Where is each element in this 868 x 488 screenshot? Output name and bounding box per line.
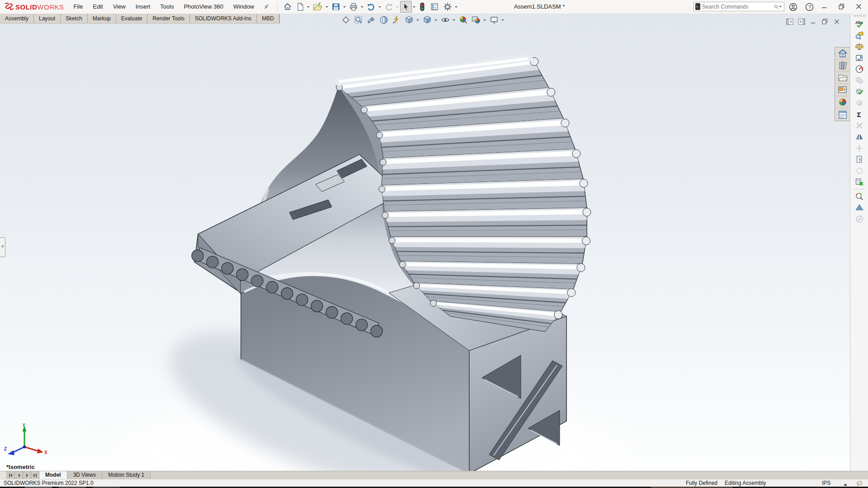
- review-icon[interactable]: [853, 75, 866, 86]
- menu-window[interactable]: Window: [228, 0, 259, 14]
- open-file-button[interactable]: [311, 1, 325, 13]
- pin-menu-icon[interactable]: [262, 2, 271, 11]
- minimize-button[interactable]: [817, 0, 831, 13]
- view-palette-icon[interactable]: [835, 84, 850, 96]
- zoom-to-fit-icon[interactable]: [340, 15, 351, 25]
- zoom-to-area-icon[interactable]: [353, 15, 364, 25]
- view-settings-dropdown[interactable]: [501, 19, 504, 22]
- tab-render-tools[interactable]: Render Tools: [147, 14, 190, 23]
- verification-check-icon[interactable]: [853, 86, 866, 97]
- units-dropdown-icon[interactable]: [844, 482, 847, 486]
- approval-check-icon[interactable]: [853, 213, 866, 225]
- feature-tree-collapsed-tab[interactable]: [0, 237, 5, 257]
- edit-appearance-icon[interactable]: [458, 15, 469, 25]
- tab-3d-views[interactable]: 3D Views: [67, 471, 102, 479]
- tab-model[interactable]: Model: [39, 471, 67, 479]
- appearances-scenes-icon[interactable]: [835, 96, 850, 108]
- lattice-icon[interactable]: [853, 202, 866, 213]
- new-file-dropdown[interactable]: [307, 6, 310, 9]
- menu-edit[interactable]: Edit: [88, 0, 108, 14]
- draft-analysis-icon[interactable]: [853, 131, 866, 142]
- select-dropdown[interactable]: [413, 6, 415, 9]
- help-icon[interactable]: ?: [804, 2, 815, 12]
- restore-document-icon[interactable]: [821, 18, 829, 25]
- restore-button[interactable]: [835, 0, 848, 13]
- measure-icon[interactable]: [853, 29, 866, 41]
- tab-motion-study-1[interactable]: Motion Study 1: [102, 471, 151, 479]
- save-dropdown[interactable]: [343, 6, 346, 9]
- section-view-icon[interactable]: [378, 15, 389, 25]
- spell-checker-icon[interactable]: Abc: [853, 18, 866, 29]
- save-button[interactable]: [330, 1, 342, 13]
- check-feature-icon[interactable]: [853, 97, 866, 108]
- menu-photoview360[interactable]: PhotoView 360: [179, 0, 228, 14]
- search-icon[interactable]: [774, 4, 778, 10]
- units-selector[interactable]: IPS: [822, 480, 830, 486]
- toolbar-drag-handle[interactable]: [854, 15, 865, 17]
- previous-tab-button[interactable]: [15, 471, 23, 479]
- display-style-icon[interactable]: [421, 15, 433, 25]
- redo-dropdown[interactable]: [396, 6, 399, 9]
- tab-evaluate[interactable]: Evaluate: [116, 14, 148, 23]
- display-style-dropdown[interactable]: [434, 19, 437, 22]
- minimize-document-icon[interactable]: [809, 18, 817, 25]
- menu-tools[interactable]: Tools: [155, 0, 179, 14]
- new-file-button[interactable]: [294, 1, 306, 13]
- tab-mbd[interactable]: MBD: [257, 14, 279, 23]
- view-orientation-dropdown[interactable]: [416, 19, 419, 22]
- tab-markup[interactable]: Markup: [88, 14, 116, 23]
- design-checker-icon[interactable]: ?: [853, 154, 866, 165]
- undo-button[interactable]: [365, 1, 377, 13]
- search-dropdown[interactable]: [779, 6, 782, 9]
- rebuild-button[interactable]: [417, 1, 428, 13]
- next-tab-button[interactable]: [23, 471, 31, 479]
- account-icon[interactable]: [788, 2, 798, 12]
- tab-layout[interactable]: Layout: [34, 14, 61, 23]
- menu-file[interactable]: File: [69, 0, 88, 14]
- tab-assembly[interactable]: Assembly: [0, 14, 34, 23]
- print-button[interactable]: [347, 1, 360, 13]
- graphics-area[interactable]: [0, 14, 850, 471]
- select-button[interactable]: [400, 1, 412, 13]
- performance-evaluation-icon[interactable]: [853, 63, 866, 75]
- menu-view[interactable]: View: [108, 0, 131, 14]
- last-tab-button[interactable]: [31, 471, 39, 479]
- appearance-inspection-icon[interactable]: [853, 191, 866, 202]
- design-library-icon[interactable]: [835, 60, 850, 72]
- tile-right-icon[interactable]: [797, 18, 805, 25]
- solidworks-resources-icon[interactable]: [835, 47, 850, 60]
- tab-solidworks-add-ins[interactable]: SOLIDWORKS Add-Ins: [190, 14, 257, 23]
- compare-documents-icon[interactable]: [853, 165, 866, 176]
- redo-button[interactable]: [382, 1, 395, 13]
- print-dropdown[interactable]: [361, 6, 363, 9]
- first-tab-button[interactable]: [7, 471, 15, 479]
- dynamic-annotation-views-icon[interactable]: [391, 15, 402, 25]
- interference-detection-icon[interactable]: [853, 120, 866, 131]
- model-3d-view[interactable]: [0, 14, 850, 471]
- apply-scene-dropdown[interactable]: [483, 19, 486, 22]
- options-dropdown[interactable]: [455, 6, 458, 9]
- export-table-icon[interactable]: [853, 176, 866, 188]
- previous-view-icon[interactable]: [365, 15, 377, 25]
- compress-icon[interactable]: [853, 142, 866, 154]
- apply-scene-icon[interactable]: [470, 15, 481, 25]
- open-file-dropdown[interactable]: [326, 6, 328, 9]
- search-input[interactable]: [700, 4, 774, 10]
- hide-show-dropdown[interactable]: [453, 19, 455, 22]
- tile-left-icon[interactable]: [786, 18, 793, 25]
- tab-sketch[interactable]: Sketch: [61, 14, 88, 23]
- home-button[interactable]: [281, 1, 294, 13]
- hide-show-items-icon[interactable]: [439, 15, 451, 25]
- options-gear-button[interactable]: [441, 1, 454, 13]
- undo-dropdown[interactable]: [378, 6, 381, 9]
- view-orientation-icon[interactable]: [403, 15, 415, 25]
- equations-icon[interactable]: Σ: [853, 108, 866, 120]
- close-button[interactable]: [852, 0, 865, 13]
- file-properties-button[interactable]: [428, 1, 441, 13]
- mass-properties-icon[interactable]: [853, 41, 866, 52]
- markup-icon[interactable]: [853, 52, 866, 63]
- custom-properties-icon[interactable]: [835, 108, 850, 121]
- close-document-icon[interactable]: [833, 18, 840, 25]
- search-commands-box[interactable]: >_: [693, 2, 784, 11]
- menu-insert[interactable]: Insert: [131, 0, 156, 14]
